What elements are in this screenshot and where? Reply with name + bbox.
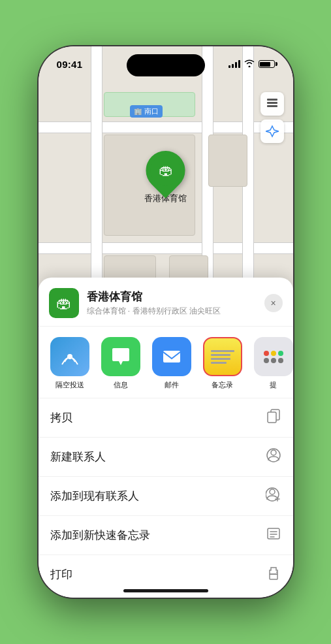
venue-info: 香港体育馆 综合体育馆 · 香港特别行政区 油尖旺区 bbox=[87, 289, 264, 317]
location-button[interactable] bbox=[260, 120, 284, 143]
copy-icon bbox=[266, 408, 281, 427]
new-contact-icon bbox=[266, 447, 281, 466]
notes-lines-icon bbox=[211, 350, 234, 364]
action-quick-memo-label: 添加到新快速备忘录 bbox=[50, 528, 150, 543]
status-time: 09:41 bbox=[57, 59, 83, 70]
action-add-contact[interactable]: 添加到现有联系人 bbox=[39, 476, 293, 515]
home-indicator bbox=[123, 589, 208, 592]
map-controls bbox=[260, 92, 284, 147]
bottom-sheet: 🏟 香港体育馆 综合体育馆 · 香港特别行政区 油尖旺区 × bbox=[39, 278, 293, 598]
notes-icon bbox=[203, 337, 242, 376]
mail-icon bbox=[152, 337, 191, 376]
phone-screen: 09:41 bbox=[39, 46, 293, 598]
action-print-label: 打印 bbox=[50, 567, 72, 582]
svg-rect-17 bbox=[270, 574, 277, 579]
airdrop-label: 隔空投送 bbox=[55, 380, 84, 390]
action-copy-label: 拷贝 bbox=[50, 410, 72, 425]
action-add-contact-label: 添加到现有联系人 bbox=[50, 489, 139, 504]
pin-inner: 🏟 bbox=[151, 155, 181, 185]
memo-icon bbox=[266, 526, 281, 545]
pin-circle: 🏟 bbox=[138, 143, 193, 199]
svg-point-18 bbox=[276, 572, 277, 573]
svg-rect-0 bbox=[267, 102, 277, 104]
svg-rect-4 bbox=[163, 351, 180, 362]
venue-icon: 🏟 bbox=[49, 288, 79, 318]
add-contact-icon bbox=[266, 487, 281, 506]
share-item-notes[interactable]: 备忘录 bbox=[202, 337, 244, 390]
map-tag-icon: 🏢 bbox=[134, 108, 142, 115]
action-new-contact[interactable]: 新建联系人 bbox=[39, 437, 293, 476]
venue-name: 香港体育馆 bbox=[87, 289, 264, 304]
wifi-icon bbox=[244, 59, 255, 69]
mail-label: 邮件 bbox=[165, 380, 179, 390]
svg-rect-6 bbox=[268, 412, 276, 423]
status-icons bbox=[229, 59, 275, 69]
messages-label: 信息 bbox=[114, 380, 128, 390]
share-item-airdrop[interactable]: 隔空投送 bbox=[49, 337, 91, 390]
share-row: 隔空投送 信息 bbox=[39, 327, 293, 398]
more-icon bbox=[254, 337, 293, 376]
dynamic-island bbox=[127, 54, 205, 76]
more-label: 提 bbox=[270, 380, 277, 390]
sheet-header: 🏟 香港体育馆 综合体育馆 · 香港特别行政区 油尖旺区 × bbox=[39, 278, 293, 327]
map-pin: 🏟 香港体育馆 bbox=[144, 151, 187, 204]
action-copy[interactable]: 拷贝 bbox=[39, 398, 293, 437]
svg-rect-2 bbox=[267, 99, 277, 101]
notes-label: 备忘录 bbox=[212, 380, 233, 390]
svg-point-7 bbox=[271, 450, 276, 455]
action-print[interactable]: 打印 bbox=[39, 555, 293, 594]
venue-desc: 综合体育馆 · 香港特别行政区 油尖旺区 bbox=[87, 306, 264, 317]
action-quick-memo[interactable]: 添加到新快速备忘录 bbox=[39, 515, 293, 555]
phone-frame: 09:41 bbox=[39, 46, 293, 598]
svg-point-9 bbox=[270, 489, 275, 494]
battery-icon bbox=[259, 60, 275, 68]
close-button[interactable]: × bbox=[264, 294, 283, 312]
svg-rect-1 bbox=[267, 105, 277, 107]
signal-icon bbox=[229, 60, 240, 68]
map-layers-button[interactable] bbox=[260, 92, 284, 116]
messages-icon bbox=[101, 337, 140, 376]
action-new-contact-label: 新建联系人 bbox=[50, 449, 106, 464]
share-item-mail[interactable]: 邮件 bbox=[151, 337, 193, 390]
print-icon bbox=[266, 565, 281, 584]
airdrop-icon bbox=[50, 337, 89, 376]
map-label: 🏢 南口 bbox=[130, 105, 163, 118]
share-item-more[interactable]: 提 bbox=[253, 337, 293, 390]
share-item-messages[interactable]: 信息 bbox=[100, 337, 142, 390]
